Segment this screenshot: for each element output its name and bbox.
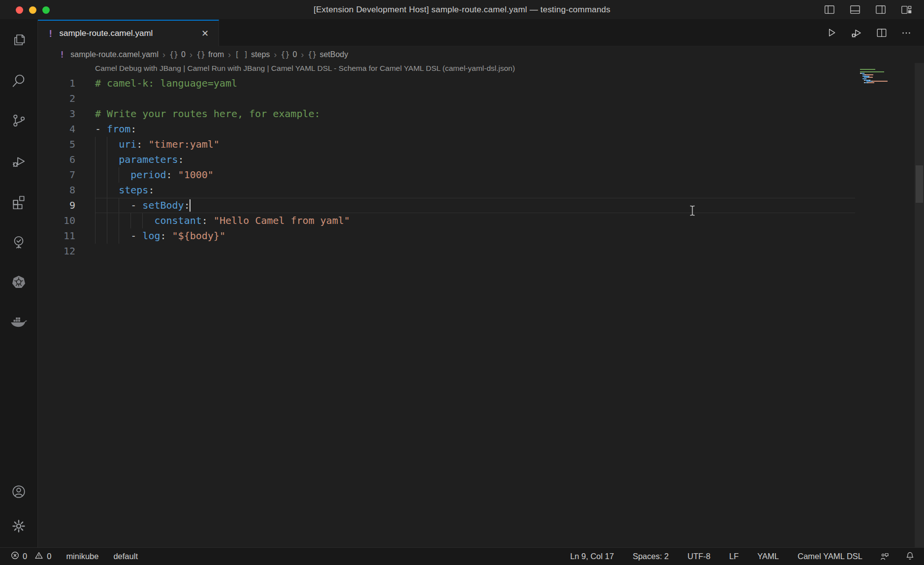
- indent-guide: [95, 167, 96, 183]
- code-line[interactable]: 2: [38, 91, 924, 106]
- code-line[interactable]: 7 period: "1000": [38, 167, 924, 183]
- activity-bar-run-debug-icon[interactable]: [0, 141, 38, 181]
- activity-bar-kubernetes-icon[interactable]: [0, 262, 38, 302]
- tab-sample-route-camel-yaml[interactable]: ! sample-route.camel.yaml ✕: [38, 20, 219, 46]
- code-line[interactable]: 6 parameters:: [38, 152, 924, 167]
- more-actions-icon[interactable]: [900, 28, 912, 38]
- code-line[interactable]: 11 - log: "${body}": [38, 228, 924, 244]
- activity-bar-extensions-icon[interactable]: [0, 181, 38, 221]
- mouse-ibeam-cursor: [689, 205, 696, 219]
- activity-bar-settings-gear-icon[interactable]: [0, 509, 38, 543]
- camel-dsl-status[interactable]: Camel YAML DSL: [796, 552, 864, 561]
- indent-guide: [119, 228, 119, 244]
- code-line[interactable]: 3# Write your routes here, for example:: [38, 106, 924, 122]
- codelens-actions[interactable]: Camel Debug with JBang | Camel Run with …: [95, 64, 515, 73]
- minimap-line: [860, 82, 891, 83]
- symbol-kind-icon: [ ]: [235, 50, 248, 59]
- activity-bar: [0, 20, 38, 547]
- language-mode-status[interactable]: YAML: [756, 552, 781, 561]
- breadcrumb: !sample-route.camel.yaml›{}0›{}from›[ ]s…: [38, 46, 924, 63]
- encoding-status[interactable]: UTF-8: [686, 552, 713, 561]
- layout-sidebar-left-icon[interactable]: [824, 4, 835, 15]
- symbol-kind-icon: {}: [169, 50, 178, 59]
- problems-status[interactable]: 0 0: [9, 551, 53, 562]
- kubernetes-namespace-status[interactable]: default: [111, 552, 140, 561]
- warning-icon: [34, 551, 43, 562]
- status-bar: 0 0 minikube default Ln 9, Col 17Spaces:…: [0, 547, 924, 565]
- line-number: 12: [38, 244, 75, 259]
- line-number: 8: [38, 183, 75, 198]
- code-line[interactable]: 8 steps:: [38, 183, 924, 198]
- line-number: 5: [38, 137, 75, 152]
- breadcrumb-item[interactable]: {}from: [196, 50, 224, 59]
- indent-guide: [95, 183, 96, 198]
- activity-bar-docker-icon[interactable]: [0, 302, 38, 343]
- breadcrumb-item[interactable]: {}0: [281, 50, 297, 59]
- breadcrumb-item[interactable]: {}setBody: [308, 50, 348, 59]
- activity-bar-explorer-icon[interactable]: [0, 20, 38, 60]
- scrollbar-slider[interactable]: [916, 165, 923, 203]
- code-line[interactable]: 4- from:: [38, 122, 924, 137]
- layout-panel-icon[interactable]: [849, 4, 861, 15]
- breadcrumb-item[interactable]: {}0: [169, 50, 186, 59]
- bell-icon[interactable]: [905, 551, 915, 562]
- indent-guide: [95, 228, 96, 244]
- code-line[interactable]: 10 constant: "Hello Camel from yaml": [38, 213, 924, 228]
- line-number: 4: [38, 122, 75, 137]
- indent-guide: [107, 183, 107, 198]
- indent-guide: [130, 213, 131, 228]
- indent-guide: [107, 228, 107, 244]
- close-tab-icon[interactable]: ✕: [199, 27, 211, 40]
- yaml-file-icon: !: [60, 50, 64, 60]
- breadcrumb-item[interactable]: sample-route.camel.yaml: [70, 50, 159, 59]
- run-icon[interactable]: [826, 27, 837, 38]
- minimap-line: [860, 73, 891, 74]
- minimap-line: [860, 80, 891, 81]
- line-number: 6: [38, 152, 75, 167]
- feedback-icon[interactable]: [879, 552, 890, 562]
- indentation-status[interactable]: Spaces: 2: [631, 552, 670, 561]
- editor-actions: [826, 20, 924, 46]
- minimap-line: [860, 81, 891, 82]
- minimap-line: [860, 71, 891, 72]
- minimap[interactable]: [860, 69, 891, 85]
- code-line[interactable]: 5 uri: "timer:yaml": [38, 137, 924, 152]
- minimap-line: [860, 69, 891, 70]
- breadcrumb-separator: ›: [274, 50, 277, 60]
- breadcrumb-item[interactable]: [ ]steps: [235, 50, 270, 59]
- activity-bar-search-icon[interactable]: [0, 60, 38, 100]
- line-number: 7: [38, 167, 75, 183]
- activity-bar-source-control-icon[interactable]: [0, 100, 38, 141]
- indent-guide: [107, 152, 107, 167]
- breadcrumb-separator: ›: [162, 50, 165, 60]
- split-editor-icon[interactable]: [876, 28, 888, 38]
- kubernetes-context-status[interactable]: minikube: [64, 552, 100, 561]
- activity-bar-test-tree-icon[interactable]: [0, 221, 38, 262]
- layout-customize-icon[interactable]: [900, 4, 912, 15]
- yaml-file-icon: !: [48, 28, 53, 39]
- indent-guide: [119, 213, 119, 228]
- layout-controls: [824, 4, 912, 15]
- eol-status[interactable]: LF: [727, 552, 740, 561]
- debug-run-icon[interactable]: [850, 27, 863, 39]
- breadcrumb-separator: ›: [228, 50, 231, 60]
- tab-title: sample-route.camel.yaml: [59, 29, 153, 38]
- cursor-position-status[interactable]: Ln 9, Col 17: [568, 552, 616, 561]
- indent-guide: [107, 198, 107, 213]
- indent-guide: [107, 167, 107, 183]
- text-cursor: [190, 199, 191, 212]
- activity-bar-accounts-icon[interactable]: [0, 474, 38, 509]
- code-line[interactable]: 12: [38, 244, 924, 259]
- code-line[interactable]: 1# camel-k: language=yaml: [38, 76, 924, 91]
- minimap-line: [860, 76, 891, 77]
- code-area[interactable]: 1# camel-k: language=yaml23# Write your …: [38, 76, 924, 259]
- scrollbar[interactable]: [915, 63, 924, 547]
- current-line-highlight: [95, 198, 855, 213]
- symbol-kind-icon: {}: [196, 50, 205, 59]
- line-number: 2: [38, 91, 75, 106]
- code-line[interactable]: 9 - setBody:: [38, 198, 924, 213]
- editor[interactable]: Camel Debug with JBang | Camel Run with …: [38, 63, 924, 547]
- line-number: 1: [38, 76, 75, 91]
- layout-sidebar-right-icon[interactable]: [875, 4, 887, 15]
- symbol-kind-icon: {}: [281, 50, 289, 59]
